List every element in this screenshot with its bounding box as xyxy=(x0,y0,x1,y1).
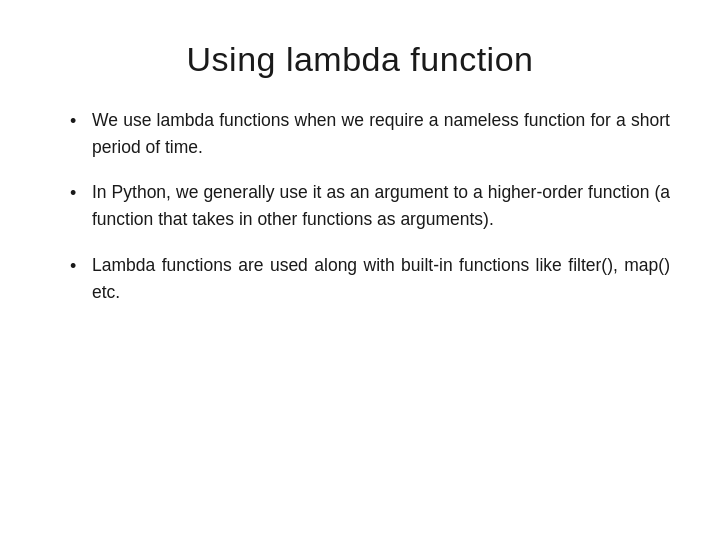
list-item: • We use lambda functions when we requir… xyxy=(70,107,670,161)
bullet-text-3: Lambda functions are used along with bui… xyxy=(92,252,670,306)
slide-title: Using lambda function xyxy=(187,40,534,79)
bullet-list: • We use lambda functions when we requir… xyxy=(70,107,670,306)
content-area: • We use lambda functions when we requir… xyxy=(50,107,670,324)
bullet-marker: • xyxy=(70,108,92,136)
bullet-text-2: In Python, we generally use it as an arg… xyxy=(92,179,670,233)
bullet-marker: • xyxy=(70,253,92,281)
list-item: • In Python, we generally use it as an a… xyxy=(70,179,670,233)
bullet-marker: • xyxy=(70,180,92,208)
list-item: • Lambda functions are used along with b… xyxy=(70,252,670,306)
bullet-text-1: We use lambda functions when we require … xyxy=(92,107,670,161)
slide-container: Using lambda function • We use lambda fu… xyxy=(0,0,720,540)
